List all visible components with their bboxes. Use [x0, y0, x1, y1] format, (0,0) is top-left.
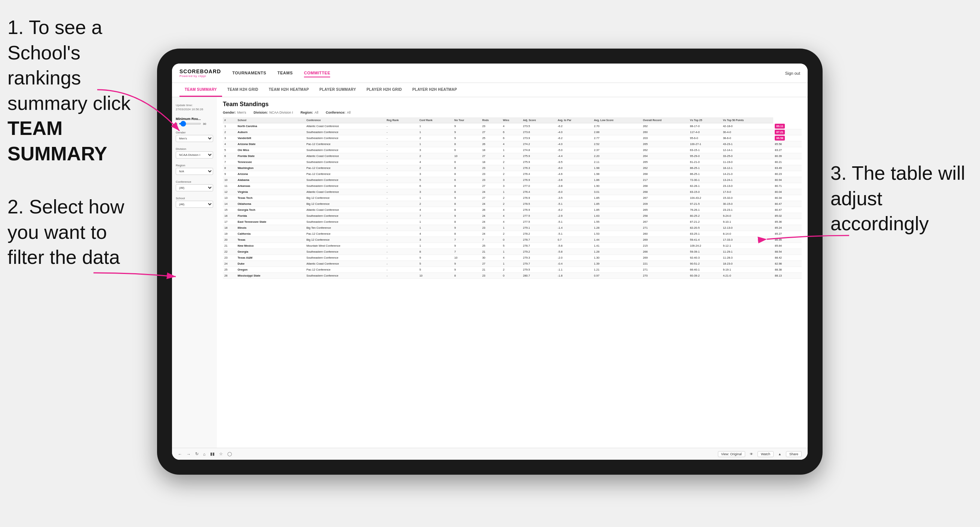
cell-reg-rank: - — [385, 267, 418, 273]
cell-low-score: 266 — [642, 249, 689, 255]
cell-conference: Southeastern Conference — [305, 249, 385, 255]
cell-reg-rank: - — [385, 141, 418, 147]
sidebar-region-select[interactable]: N/A All — [176, 168, 213, 175]
cell-school: New Mexico — [236, 243, 305, 249]
cell-rnds: 27 — [481, 261, 501, 267]
cell-avg-to-par: -6.2 — [556, 207, 592, 213]
table-row[interactable]: 23 Texas A&M Southeastern Conference - 9… — [223, 255, 802, 261]
tab-player-summary[interactable]: PLAYER SUMMARY — [314, 83, 361, 97]
table-row[interactable]: 10 Alabama Southeastern Conference - 5 6… — [223, 177, 802, 183]
cell-school: Georgia — [236, 249, 305, 255]
cell-avg-to-par: -9.5 — [556, 159, 592, 165]
cell-conf-rank: 2 — [418, 153, 453, 159]
col-vs-top50: Vs Top 50 Points — [721, 117, 773, 123]
filter-conference: Conference: All — [326, 111, 351, 114]
table-row[interactable]: 19 California Pac-12 Conference - 4 8 24… — [223, 231, 802, 237]
cell-wins: 2 — [501, 201, 522, 207]
tab-player-h2h-heatmap[interactable]: PLAYER H2H HEATMAP — [407, 83, 462, 97]
sign-out-link[interactable]: Sign out — [785, 71, 800, 76]
table-row[interactable]: 11 Arkansas Southeastern Conference - 6 … — [223, 183, 802, 189]
table-row[interactable]: 17 East Tennessee State Southeastern Con… — [223, 219, 802, 225]
logo-sub: Powered by clippi — [180, 75, 221, 78]
table-row[interactable]: 25 Oregon Pac-12 Conference - 5 9 21 2 2… — [223, 267, 802, 273]
cell-record-25: 18-12-1 — [721, 165, 773, 171]
cell-adj-score: 280.7 — [522, 273, 556, 279]
table-row[interactable]: 9 Arizona Pac-12 Conference - 3 8 23 2 2… — [223, 171, 802, 177]
nav-forward-icon[interactable]: → — [186, 452, 191, 456]
cell-reg-rank: - — [385, 243, 418, 249]
table-row[interactable]: 13 Texas Tech Big 12 Conference - 1 9 27… — [223, 195, 802, 201]
watch-button[interactable]: Watch — [757, 451, 773, 457]
share-button[interactable]: Share — [786, 451, 802, 457]
cell-avg-low: 1.28 — [593, 225, 642, 231]
cell-school: Duke — [236, 261, 305, 267]
cell-reg-rank: - — [385, 225, 418, 231]
table-row[interactable]: 24 Duke Atlantic Coast Conference - 5 9 … — [223, 261, 802, 267]
cell-overall: 87-21-2 — [688, 219, 721, 225]
tab-team-h2h-heatmap[interactable]: TEAM H2H HEATMAP — [264, 83, 314, 97]
table-row[interactable]: 8 Washington Pac-12 Conference - 2 8 23 … — [223, 165, 802, 171]
cell-no-tour: 8 — [453, 171, 481, 177]
tab-team-h2h-grid[interactable]: TEAM H2H GRID — [222, 83, 264, 97]
tab-player-h2h-grid[interactable]: PLAYER H2H GRID — [361, 83, 407, 97]
home-icon[interactable]: ⌂ — [203, 452, 206, 456]
cell-points: 80.47 — [773, 201, 802, 207]
cell-rnds: 23 — [481, 177, 501, 183]
table-row[interactable]: 1 North Carolina Atlantic Coast Conferen… — [223, 123, 802, 129]
reload-icon[interactable]: ↻ — [195, 451, 199, 456]
table-row[interactable]: 2 Auburn Southeastern Conference - 1 9 2… — [223, 129, 802, 135]
cell-avg-low: 2.20 — [593, 153, 642, 159]
table-row[interactable]: 26 Mississippi State Southeastern Confer… — [223, 273, 802, 279]
table-row[interactable]: 20 Texas Big 12 Conference - 3 7 7 0 278… — [223, 237, 802, 243]
cell-rnds: 7 — [481, 237, 501, 243]
cell-adj-score: 277.5 — [522, 213, 556, 219]
cell-rnds: 18 — [481, 159, 501, 165]
nav-committee[interactable]: COMMITTEE — [304, 69, 331, 77]
cell-avg-to-par: -6.0 — [556, 189, 592, 195]
cell-overall: 72-30-1 — [688, 177, 721, 183]
table-row[interactable]: 6 Florida State Atlantic Coast Conferenc… — [223, 153, 802, 159]
col-no-tour: No Tour — [453, 117, 481, 123]
cell-conference: Atlantic Coast Conference — [305, 261, 385, 267]
table-row[interactable]: 5 Ole Miss Southeastern Conference - 3 6… — [223, 147, 802, 153]
table-row[interactable]: 7 Tennessee Southeastern Conference - 4 … — [223, 159, 802, 165]
cell-wins: 2 — [501, 159, 522, 165]
table-row[interactable]: 16 Florida Southeastern Conference - 7 9… — [223, 213, 802, 219]
nav-back-icon[interactable]: ← — [178, 452, 182, 456]
cell-overall: 59-39-1 — [688, 249, 721, 255]
cell-school: Florida — [236, 213, 305, 219]
cell-record-25: 12-14-1 — [721, 147, 773, 153]
table-row[interactable]: 18 Illinois Big Ten Conference - 1 9 23 … — [223, 225, 802, 231]
view-original-button[interactable]: View: Original — [718, 451, 745, 457]
cell-overall: 83-15-0 — [688, 189, 721, 195]
bookmark-icon[interactable]: ☆ — [219, 451, 223, 456]
cell-wins: 4 — [501, 207, 522, 213]
table-row[interactable]: 3 Vanderbilt Southeastern Conference - 2… — [223, 135, 802, 141]
table-row[interactable]: 14 Oklahoma Big 12 Conference - 2 8 24 2… — [223, 201, 802, 207]
table-row[interactable]: 12 Virginia Atlantic Coast Conference - … — [223, 189, 802, 195]
nav-tournaments[interactable]: TOURNAMENTS — [232, 69, 266, 77]
table-row[interactable]: 22 Georgia Southeastern Conference - 8 7… — [223, 249, 802, 255]
cell-record-25: 23-23-1 — [721, 207, 773, 213]
cell-wins: 3 — [501, 183, 522, 189]
sidebar-conference-select[interactable]: (All) — [176, 184, 213, 191]
table-row[interactable]: 21 New Mexico Mountain West Conference -… — [223, 243, 802, 249]
nav-teams[interactable]: TEAMS — [277, 69, 293, 77]
cell-low-score: 217 — [642, 177, 689, 183]
cell-rank: 1 — [223, 123, 236, 129]
cell-conf-rank: 2 — [418, 135, 453, 141]
cell-adj-score: 273.5 — [522, 123, 556, 129]
cell-conference: Pac-12 Conference — [305, 231, 385, 237]
table-row[interactable]: 15 Georgia Tech Atlantic Coast Conferenc… — [223, 207, 802, 213]
cell-conf-rank: 3 — [418, 147, 453, 153]
copy-icon[interactable]: ▮▮ — [210, 451, 215, 456]
col-rnds: Rnds — [481, 117, 501, 123]
sidebar-school-select[interactable]: (All) — [176, 201, 213, 208]
sidebar-division-select[interactable]: NCAA Division I NCAA Division II NCAA Di… — [176, 151, 213, 159]
col-wins: Wins — [501, 117, 522, 123]
cell-points: 80.71 — [773, 183, 802, 189]
cell-conference: Southeastern Conference — [305, 159, 385, 165]
cell-wins: 4 — [501, 255, 522, 261]
clock-icon[interactable]: ◯ — [228, 451, 232, 456]
table-row[interactable]: 4 Arizona State Pac-12 Conference - 1 8 … — [223, 141, 802, 147]
